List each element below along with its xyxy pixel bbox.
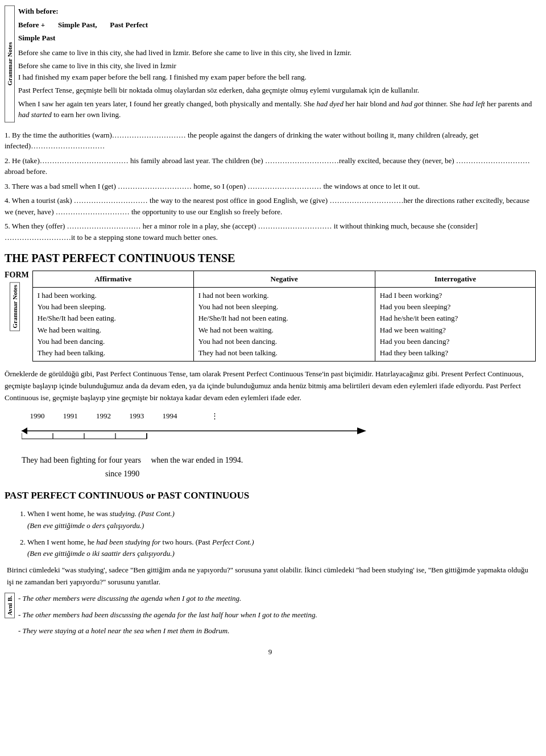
- aff-cell-1: I had been working. You had been sleepin…: [32, 288, 193, 362]
- int-row-6: Had they been talking?: [380, 347, 531, 359]
- fighting-text-block: They had been fighting for four years wh…: [22, 454, 536, 481]
- simple-past-title-line: Simple Past: [18, 32, 536, 44]
- exercise-2: 2. He (take)……………………………… his family abro…: [5, 155, 536, 177]
- neg-row-6: They had not been talking.: [198, 347, 370, 359]
- year-1994: 1994: [154, 412, 185, 421]
- ppc-or-pc-title: PAST PERFECT CONTINUOUS or PAST CONTINUO…: [5, 490, 536, 501]
- col-affirmative: Affirmative: [32, 271, 193, 288]
- table-header-row: Affirmative Negative Interrogative: [32, 271, 535, 288]
- before-sentence-2: Before she came to live in this city, sh…: [18, 60, 536, 82]
- before-sentence-1: Before she came to live in this city, sh…: [18, 47, 536, 59]
- int-row-3: Had he/she/it been eating?: [380, 313, 531, 324]
- timeline-svg: [22, 422, 374, 443]
- ppc-pc-examples: When I went home, he was studying. (Past…: [27, 508, 536, 560]
- dash-item-3: - They were staying at a hotel near the …: [18, 625, 536, 637]
- exercise-3: 3. There was a bad smell when I (get) ………: [5, 181, 536, 192]
- form-table: Affirmative Negative Interrogative I had…: [32, 271, 536, 362]
- avni-b-section: Avni B. - The other members were discuss…: [5, 593, 536, 642]
- past-perfect-desc: Past Perfect Tense, geçmişte belli bir n…: [18, 85, 536, 96]
- aff-row-4: We had been waiting.: [38, 325, 189, 336]
- int-row-1: Had I been working?: [380, 290, 531, 301]
- with-before-text: With before:: [18, 7, 59, 15]
- page-number: 9: [5, 647, 536, 657]
- when-sentence: When I saw her again ten years later, I …: [18, 98, 536, 121]
- neg-row-5: You had not been dancing.: [198, 336, 370, 347]
- ex2-turkish: (Ben eve gittiğimde o iki saattir ders ç…: [27, 549, 175, 558]
- grammar-notes-label-form: Grammar Notes: [10, 282, 20, 331]
- exercise-5: 5. When they (offer) ………………………… her a mi…: [5, 221, 536, 243]
- table-row: I had been working. You had been sleepin…: [32, 288, 535, 362]
- col-negative: Negative: [193, 271, 375, 288]
- form-label: FORM: [5, 271, 29, 280]
- aff-row-3: He/She/It had been eating.: [38, 313, 189, 324]
- neg-row-3: He/She/It had not been eating.: [198, 313, 370, 324]
- aff-row-1: I had been working.: [38, 290, 189, 301]
- neg-row-4: We had not been waiting.: [198, 325, 370, 336]
- year-1990: 1990: [22, 412, 53, 421]
- avni-b-label: Avni B.: [5, 593, 15, 618]
- aff-row-6: They had been talking.: [38, 347, 189, 359]
- since-text: since 1990: [105, 470, 139, 478]
- int-row-2: Had you been sleeping?: [380, 301, 531, 313]
- col-interrogative: Interrogative: [375, 271, 535, 288]
- exercise-4: 4. When a tourist (ask) ………………………… the w…: [5, 195, 536, 217]
- dash-item-1: - The other members were discussing the …: [18, 593, 536, 605]
- year-1991: 1991: [55, 412, 86, 421]
- int-row-5: Had you been dancing?: [380, 336, 531, 347]
- ex-1-item: When I went home, he was studying. (Past…: [27, 508, 536, 532]
- arrow-left: [22, 427, 27, 434]
- before-plus-line: Before + Simple Past, Past Perfect: [18, 19, 536, 31]
- ppc-description: Örneklerde de görüldüğü gibi, Past Perfe…: [5, 368, 536, 404]
- past-perfect-continuous-title: THE PAST PERFECT CONTINUOUS TENSE: [5, 252, 536, 265]
- ex-2-item: When I went home, he had been studying f…: [27, 537, 536, 560]
- grammar-notes-top-section: Grammar Notes With before: Before + Simp…: [5, 6, 536, 123]
- year-1992: 1992: [88, 412, 119, 421]
- neg-cell-1: I had not been working. You had not been…: [193, 288, 375, 362]
- fighting-text-when: when the war ended in 1994.: [151, 456, 243, 464]
- exercise-1: 1. By the time the authorities (warn)…………: [5, 130, 536, 152]
- grammar-content-top: With before: Before + Simple Past, Past …: [18, 6, 536, 123]
- grammar-notes-label-top: Grammar Notes: [5, 6, 15, 123]
- dash-list: - The other members were discussing the …: [18, 593, 536, 637]
- dash-item-2: - The other members had been discussing …: [18, 609, 536, 621]
- ex1-text: When I went home, he was studying. (Past…: [27, 509, 175, 518]
- exercises-section: 1. By the time the authorities (warn)…………: [5, 130, 536, 243]
- arrow-right: [357, 427, 366, 434]
- form-table-wrapper: FORM Grammar Notes Affirmative Negative …: [5, 271, 536, 362]
- year-dots1: ⋮: [187, 412, 233, 421]
- note-paragraph: Birinci cümledeki "was studying', sadece…: [7, 564, 533, 588]
- ex2-text: When I went home, he had been studying f…: [27, 538, 254, 546]
- aff-row-5: You had been dancing.: [38, 336, 189, 347]
- aff-row-2: You had been sleeping.: [38, 301, 189, 313]
- avni-b-content: - The other members were discussing the …: [18, 593, 536, 642]
- neg-row-2: You had not been sleeping.: [198, 301, 370, 313]
- int-cell-1: Had I been working? Had you been sleepin…: [375, 288, 535, 362]
- ex1-turkish: (Ben eve gittiğimde o ders çalışıyordu.): [27, 521, 144, 530]
- year-1993: 1993: [121, 412, 152, 421]
- timeline-years-row: 1990 1991 1992 1993 1994 ⋮: [22, 412, 536, 421]
- fighting-text-main: They had been fighting for four years: [22, 456, 141, 464]
- int-row-4: Had we been waiting?: [380, 325, 531, 336]
- timeline-section: 1990 1991 1992 1993 1994 ⋮: [5, 412, 536, 446]
- neg-row-1: I had not been working.: [198, 290, 370, 301]
- with-before-header: With before: Before + Simple Past, Past …: [18, 6, 536, 44]
